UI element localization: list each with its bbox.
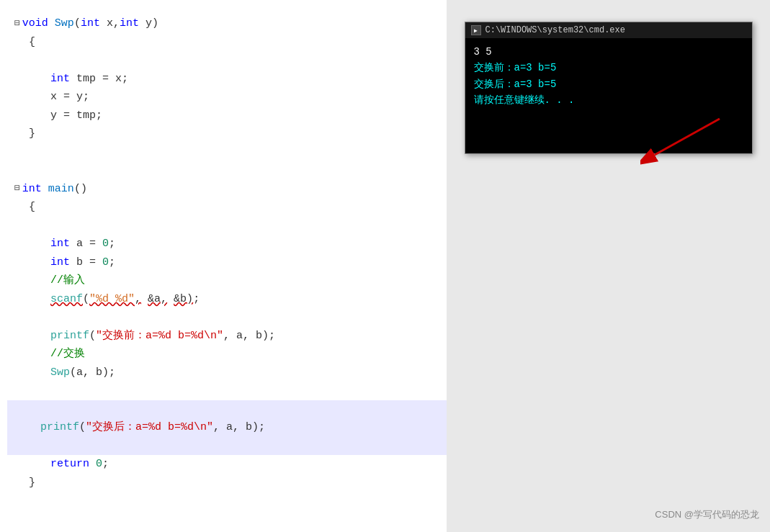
main-close-brace: } bbox=[14, 474, 439, 492]
cmd-line-4: 请按任意键继续. . . bbox=[474, 92, 743, 108]
svg-line-1 bbox=[655, 119, 720, 155]
cmd-line-3: 交换后：a=3 b=5 bbox=[474, 76, 743, 92]
swp-y-eq-tmp: y = tmp; bbox=[14, 107, 439, 125]
blank-after-swap bbox=[14, 382, 439, 400]
swp-close-brace: } bbox=[14, 125, 439, 143]
cmd-titlebar: ▶ C:\WINDOWS\system32\cmd.exe bbox=[465, 22, 752, 38]
main-func-decl: ⊟ int main() bbox=[14, 180, 439, 199]
main-int-a: int a = 0; bbox=[14, 235, 439, 253]
swp-blank1 bbox=[14, 51, 439, 70]
collapse-swp[interactable]: ⊟ bbox=[14, 16, 20, 32]
blank-between2 bbox=[14, 161, 439, 180]
blank-between bbox=[14, 143, 439, 162]
blank-mid bbox=[14, 308, 439, 327]
cmd-line-2: 交换前：a=3 b=5 bbox=[474, 60, 743, 76]
scanf-line: scanf("%d %d", &a, &b); bbox=[14, 290, 439, 309]
comment-input: //输入 bbox=[14, 271, 439, 290]
collapse-main[interactable]: ⊟ bbox=[14, 181, 20, 197]
main-open-brace: { bbox=[14, 198, 439, 217]
comment-swap: //交换 bbox=[14, 345, 439, 364]
red-arrow bbox=[640, 112, 727, 169]
right-panel: ▶ C:\WINDOWS\system32\cmd.exe 3 5 交换前：a=… bbox=[447, 0, 770, 532]
swp-open-brace: { bbox=[14, 33, 439, 52]
cmd-line-1: 3 5 bbox=[474, 44, 743, 60]
cmd-icon: ▶ bbox=[471, 25, 481, 35]
printf1-line: printf("交换前：a=%d b=%d\n", a, b); bbox=[14, 327, 439, 346]
swp-func-decl: ⊟ void Swp(int x,int y) bbox=[14, 14, 439, 33]
main-int-b: int b = 0; bbox=[14, 253, 439, 272]
watermark: CSDN @学写代码的恐龙 bbox=[655, 508, 759, 521]
return-line: return 0; bbox=[14, 455, 439, 474]
code-editor: ⊟ void Swp(int x,int y) { int tmp = x; x… bbox=[0, 0, 447, 532]
printf2-line: printf("交换后：a=%d b=%d\n", a, b); bbox=[7, 400, 447, 456]
swp-call-line: Swp(a, b); bbox=[14, 364, 439, 382]
main-blank1 bbox=[14, 217, 439, 235]
cmd-title: C:\WINDOWS\system32\cmd.exe bbox=[485, 25, 625, 35]
swp-int-tmp: int tmp = x; bbox=[14, 70, 439, 89]
swp-x-eq-y: x = y; bbox=[14, 88, 439, 107]
